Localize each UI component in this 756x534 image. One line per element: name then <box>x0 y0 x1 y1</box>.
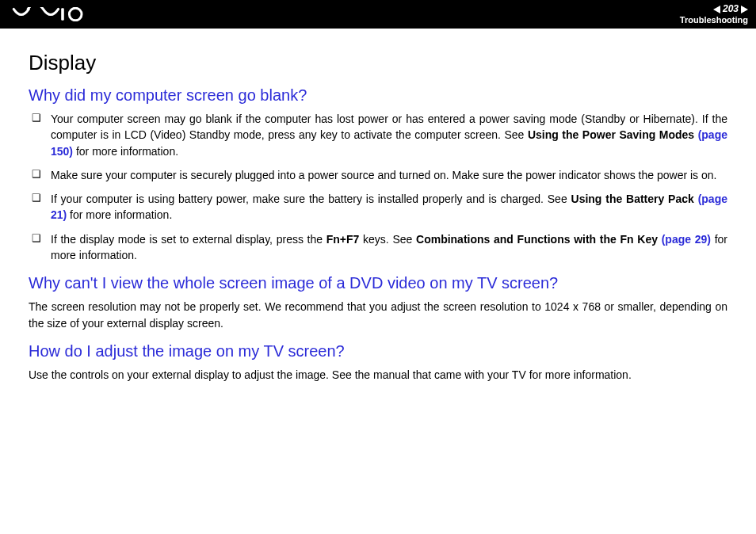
svg-rect-0 <box>61 8 64 21</box>
question-heading-3: How do I adjust the image on my TV scree… <box>29 342 727 360</box>
text: for more information. <box>67 208 172 221</box>
header-bar: 203 Troubleshooting <box>0 0 756 29</box>
bold-text: Using the Power Saving Modes <box>528 128 698 141</box>
text: for more information. <box>73 145 178 158</box>
page-number: 203 <box>722 4 739 14</box>
answer-list-1: Your computer screen may go blank if the… <box>29 111 727 263</box>
page-ref-link[interactable]: (page 29) <box>662 233 711 246</box>
text: If the display mode is set to external d… <box>51 233 326 246</box>
bold-text: Combinations and Functions with the Fn K… <box>416 233 662 246</box>
prev-page-icon[interactable] <box>713 6 720 13</box>
text: keys. See <box>359 233 416 246</box>
header-nav: 203 Troubleshooting <box>680 4 748 24</box>
list-item: Your computer screen may go blank if the… <box>29 111 727 159</box>
page-content: Display Why did my computer screen go bl… <box>0 29 756 405</box>
list-item: If your computer is using battery power,… <box>29 191 727 223</box>
question-heading-2: Why can't I view the whole screen image … <box>29 274 727 292</box>
text: If your computer is using battery power,… <box>51 193 571 205</box>
list-item: Make sure your computer is securely plug… <box>29 167 727 183</box>
vaio-logo <box>11 0 90 29</box>
section-label: Troubleshooting <box>680 15 748 25</box>
answer-paragraph-2: The screen resolution may not be properl… <box>29 299 727 331</box>
bold-text: Fn+F7 <box>326 233 360 246</box>
list-item: If the display mode is set to external d… <box>29 231 727 264</box>
answer-paragraph-3: Use the controls on your external displa… <box>29 367 727 383</box>
bold-text: Using the Battery Pack <box>571 193 698 205</box>
svg-point-1 <box>69 8 82 21</box>
question-heading-1: Why did my computer screen go blank? <box>29 86 727 105</box>
next-page-icon[interactable] <box>741 6 748 13</box>
page-pager: 203 <box>713 4 748 14</box>
page-title: Display <box>29 51 727 75</box>
